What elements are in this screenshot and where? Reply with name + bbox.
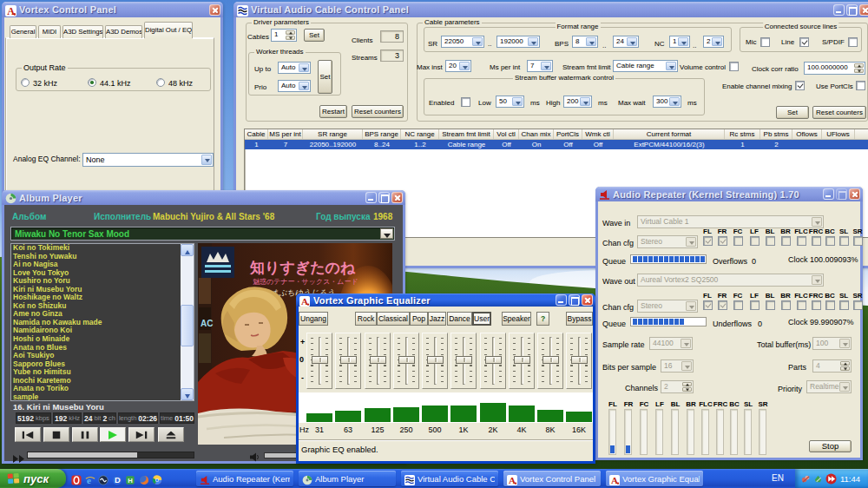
channel-checkbox-bc[interactable] [825, 300, 835, 310]
close-icon[interactable] [209, 4, 220, 16]
wave-out-combo[interactable]: Aureal Vortex2 SQ2500 [637, 274, 824, 287]
chevron-down-icon[interactable] [681, 339, 691, 348]
eq-slider-250[interactable] [393, 333, 419, 389]
next-button[interactable] [128, 427, 155, 442]
channel-checkbox-flc[interactable] [797, 236, 806, 246]
chevron-down-icon[interactable] [681, 361, 692, 371]
eq-slider-8K[interactable] [537, 333, 563, 389]
chevron-down-icon[interactable] [669, 97, 680, 106]
tab-general[interactable]: General [10, 25, 36, 38]
jazz-button[interactable]: Jazz [428, 312, 446, 326]
reset-counters-button[interactable]: Reset counters [352, 105, 404, 118]
quick-launch-media-app[interactable]: H [125, 473, 135, 484]
chevron-down-icon[interactable] [712, 37, 722, 46]
rock-button[interactable]: Rock [355, 312, 377, 326]
help-button[interactable]: ? [536, 312, 549, 326]
eq-slider-63[interactable] [335, 333, 361, 389]
column-header-uflows[interactable]: UFlows [822, 129, 855, 139]
maximize-icon[interactable] [378, 192, 390, 203]
previous-button[interactable] [15, 427, 41, 442]
quick-launch-chrome[interactable] [152, 473, 162, 484]
chevron-down-icon[interactable] [839, 382, 850, 392]
slider-thumb[interactable] [542, 356, 559, 364]
sr-min-combo[interactable]: 22050 [441, 36, 484, 48]
chevron-down-icon[interactable] [627, 37, 637, 46]
radio-48-kHz[interactable] [156, 78, 165, 87]
tray-icon-2[interactable] [813, 474, 823, 484]
chevron-down-icon[interactable] [812, 217, 822, 227]
total-buffer-combo[interactable]: 100 [812, 337, 852, 350]
max-wait-combo[interactable]: 300 [653, 96, 681, 108]
upto-combo[interactable]: Auto [278, 62, 311, 74]
chevron-down-icon[interactable] [380, 228, 393, 239]
column-header-portcls[interactable]: PortCls [554, 129, 582, 139]
tab-a3d-demos[interactable]: A3D Demos [105, 25, 142, 38]
scrollbar-thumb[interactable] [181, 305, 194, 346]
chevron-down-icon[interactable] [541, 62, 551, 70]
channel-checkbox-lf[interactable] [750, 300, 760, 310]
quick-launch-msn[interactable] [98, 473, 108, 484]
column-header-current-format[interactable]: Current format [614, 129, 725, 139]
spin-up-icon[interactable] [286, 30, 295, 35]
column-header-pb-stms[interactable]: Pb stms [760, 129, 792, 139]
channel-checkbox-bl[interactable] [766, 236, 775, 246]
tray-icon-1[interactable] [801, 474, 811, 484]
priority-combo[interactable]: Realtime [806, 380, 852, 393]
channel-checkbox-fr[interactable] [718, 236, 727, 246]
volume-slider[interactable] [264, 452, 297, 458]
nc-min-combo[interactable]: 1 [669, 36, 690, 48]
taskbar-button-vortex-control-panel[interactable]: AVortex Control Panel [503, 471, 601, 486]
column-header-bps-range[interactable]: BPS range [363, 129, 401, 139]
column-header-sr-range[interactable]: SR range [303, 129, 363, 139]
line-checkbox[interactable] [799, 37, 809, 47]
eq-slider-16K[interactable] [566, 333, 592, 389]
quick-launch-internet-explorer[interactable]: e [85, 473, 95, 484]
cables-table-selected-row[interactable]: 1722050..1920008..241..2Cable rangeOffOn… [245, 140, 868, 149]
wave-in-combo[interactable]: Virtual Cable 1 [637, 215, 824, 228]
slider-thumb[interactable] [312, 356, 328, 364]
eq-slider-1K[interactable] [450, 333, 477, 389]
column-header-rc-stms[interactable]: Rc stms [725, 129, 760, 139]
minimize-icon[interactable] [823, 188, 834, 200]
analog-eq-combo[interactable]: None [82, 153, 214, 167]
enabled-checkbox[interactable] [461, 97, 470, 107]
speaker-button[interactable]: Speaker [502, 312, 531, 326]
channel-checkbox-sr[interactable] [853, 300, 863, 310]
chevron-down-icon[interactable] [299, 82, 309, 90]
stop-button[interactable] [43, 427, 69, 442]
sr-max-combo[interactable]: 192000 [496, 36, 540, 48]
dance-button[interactable]: Dance [447, 312, 472, 326]
scroll-down-icon[interactable] [181, 388, 194, 400]
column-header-nc-range[interactable]: NC range [401, 129, 439, 139]
cables-set-button[interactable]: Set [304, 29, 325, 42]
vac-reset-counters-button[interactable]: Reset counters [812, 106, 866, 119]
channel-checkbox-fr[interactable] [718, 300, 727, 310]
spin-down-icon[interactable] [286, 36, 295, 40]
channel-checkbox-sl[interactable] [839, 300, 849, 310]
tab-a3d-settings[interactable]: A3D Settings [62, 25, 103, 38]
volume-control-checkbox[interactable] [729, 62, 739, 71]
sample-rate-combo[interactable]: 44100 [649, 337, 693, 350]
chevron-down-icon[interactable] [512, 97, 523, 106]
seek-bar[interactable] [27, 452, 194, 458]
bits-per-sample-combo[interactable]: 16 [661, 359, 694, 373]
max-inst-combo[interactable]: 20 [445, 60, 471, 72]
use-portcls-checkbox[interactable] [856, 81, 865, 90]
taskbar-button-album-player[interactable]: Album Player [299, 471, 396, 486]
language-indicator[interactable]: EN [760, 469, 795, 488]
chevron-down-icon[interactable] [812, 275, 822, 285]
spin-up-icon[interactable] [854, 63, 864, 68]
taskbar-button-virtual-audio-cable-c[interactable]: Virtual Audio Cable C... [401, 471, 498, 486]
slider-thumb[interactable] [456, 356, 472, 364]
track-item[interactable]: sample [13, 393, 181, 401]
channel-checkbox-frc[interactable] [812, 236, 821, 246]
ms-per-int-combo[interactable]: 7 [527, 60, 553, 72]
column-header-cable[interactable]: Cable [245, 129, 268, 139]
minimize-icon[interactable] [365, 192, 377, 203]
column-header-stream-fmt-limit[interactable]: Stream fmt limit [439, 129, 494, 139]
radio-32-kHz[interactable] [21, 78, 30, 87]
nc-max-combo[interactable]: 2 [703, 36, 724, 48]
taskbar-button-audio-repeater-kern[interactable]: Audio Repeater (Kern... [196, 471, 293, 486]
mic-checkbox[interactable] [760, 37, 770, 47]
slider-thumb[interactable] [485, 356, 502, 364]
